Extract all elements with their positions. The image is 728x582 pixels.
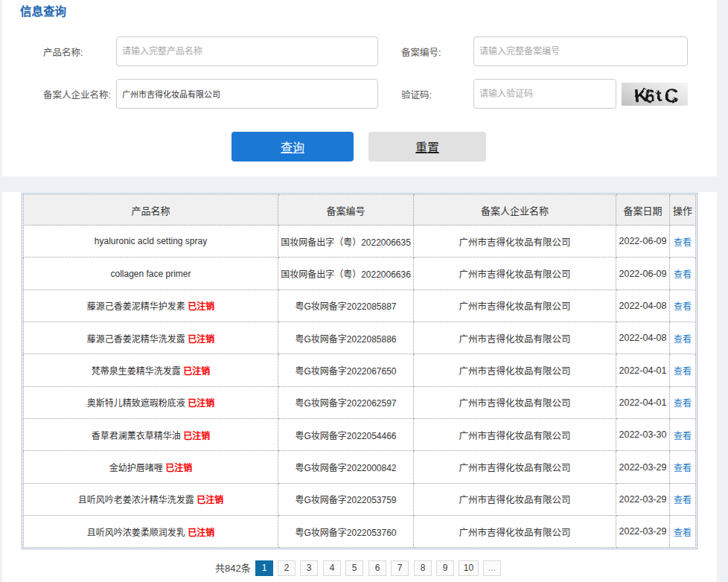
svg-text:C: C (663, 84, 679, 106)
svg-text:6: 6 (644, 85, 656, 106)
